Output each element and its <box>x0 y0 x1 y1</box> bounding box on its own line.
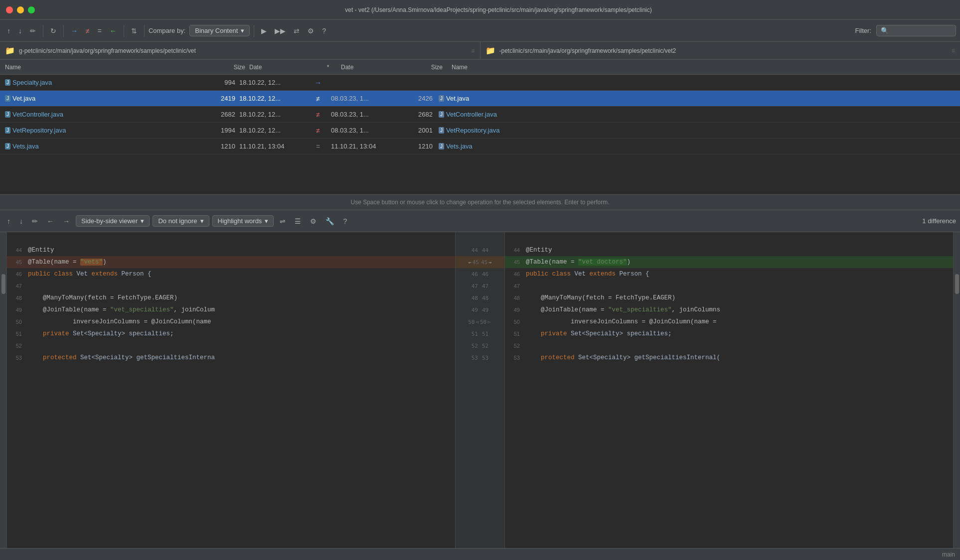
split-button[interactable]: ⇌ <box>277 215 289 227</box>
diff-line: 50 inverseJoinColumns = @JoinColumn(name <box>7 316 455 328</box>
table-row[interactable]: J VetRepository.java 1994 18.10.22, 12..… <box>0 123 960 139</box>
chevron-down-icon: ▾ <box>141 217 144 225</box>
chevron-down-icon: ▾ <box>241 27 244 34</box>
diff-line-modified: 45 @Table(name = "vets") <box>7 256 455 268</box>
diff-down-button[interactable]: ↓ <box>16 215 26 227</box>
java-icon: J <box>439 127 444 134</box>
compare-by-dropdown[interactable]: Binary Content ▾ <box>189 25 250 36</box>
top-toolbar: ↑ ↓ ✏ ↻ → ≠ = ← ⇅ Compare by: Binary Con… <box>0 20 960 42</box>
compare-by-label: Compare by: <box>149 27 185 34</box>
center-line-modified: ⇐ 45 45 ⇒ <box>456 256 504 268</box>
gear-button[interactable]: ⚙ <box>307 215 320 227</box>
file-list-empty <box>0 154 960 194</box>
line-code: public class Vet extends Person { <box>25 271 152 278</box>
diff-help-button[interactable]: ? <box>340 215 350 227</box>
status-footer: main <box>0 548 960 560</box>
line-number: 52 <box>7 343 25 349</box>
line-number: 47 <box>7 283 25 289</box>
line-code: inverseJoinColumns = @JoinColumn(name <box>25 318 211 325</box>
table-row[interactable]: J VetController.java 2682 18.10.22, 12..… <box>0 107 960 123</box>
close-button[interactable] <box>6 6 13 13</box>
file-date-left-3: 18.10.22, 12... <box>239 111 309 118</box>
chevron-down-icon: ▾ <box>265 217 268 225</box>
gutter-icon-left: ⊲ <box>476 319 479 325</box>
line-number: 51 <box>505 331 523 337</box>
left-path-expand[interactable]: ≡ <box>471 47 475 54</box>
ignore-dropdown[interactable]: Do not ignore ▾ <box>153 215 209 227</box>
file-name-right-4: J VetRepository.java <box>437 127 960 134</box>
table-row[interactable]: J Vets.java 1210 11.10.21, 13:04 = 11.10… <box>0 139 960 154</box>
right-scrollbar[interactable] <box>953 232 960 548</box>
separator-5 <box>254 25 254 37</box>
viewer-dropdown[interactable]: Side-by-side viewer ▾ <box>76 215 150 227</box>
diff-up-button[interactable]: ↑ <box>4 215 13 227</box>
equal-button[interactable]: = <box>95 25 105 37</box>
file-name-left-2: Vet.java <box>12 95 35 102</box>
diff-line: 46 public class Vet extends Person { <box>7 268 455 280</box>
line-number: 50 <box>505 319 523 325</box>
diff-prev-button[interactable]: ← <box>44 215 57 227</box>
help-button[interactable]: ? <box>319 25 329 37</box>
navigate-down-button[interactable]: ↓ <box>15 25 25 37</box>
left-diff-pane: 44 @Entity 45 @Table(name = "vets") 46 p… <box>7 232 455 548</box>
diff-line: 53 protected Set<Specialty> getSpecialti… <box>505 352 953 364</box>
separator-2 <box>63 25 64 37</box>
line-code: @ManyToMany(fetch = FetchType.EAGER) <box>523 294 675 301</box>
left-path-pane: 📁 g-petclinic/src/main/java/org/springfr… <box>0 42 480 59</box>
java-icon: J <box>5 111 10 118</box>
wrench-button[interactable]: 🔧 <box>322 215 337 227</box>
filter-input[interactable] <box>876 25 956 36</box>
diff-line: 46 public class Vet extends Person { <box>505 268 953 280</box>
not-equal-button[interactable]: ≠ <box>83 25 93 37</box>
file-date-left-4: 18.10.22, 12... <box>239 127 309 134</box>
window-title: vet - vet2 (/Users/Anna.Smirnova/IdeaPro… <box>43 6 954 13</box>
line-number: 51 <box>7 331 25 337</box>
swap-button[interactable]: ⇄ <box>291 25 303 37</box>
edit-button[interactable]: ✏ <box>27 25 39 37</box>
diff-edit-button[interactable]: ✏ <box>29 215 41 227</box>
table-row[interactable]: J Specialty.java 994 18.10.22, 12... → <box>0 75 960 91</box>
center-line: 5353 <box>456 352 504 364</box>
file-name-right-2: J Vet.java <box>437 95 960 102</box>
play-button[interactable]: ▶ <box>258 25 270 37</box>
line-number: 53 <box>505 355 523 361</box>
filter-label: Filter: <box>855 27 872 34</box>
file-size-left-3: 2682 <box>199 111 239 118</box>
refresh-button[interactable]: ↻ <box>47 25 59 37</box>
navigate-up-button[interactable]: ↑ <box>4 25 13 37</box>
col-header-size-right: Size <box>407 64 447 71</box>
maximize-button[interactable] <box>28 6 35 13</box>
column-headers: Name Size Date * Date Size Name <box>0 60 960 75</box>
line-number: 44 <box>505 247 523 253</box>
prev-diff-button[interactable]: ← <box>107 25 120 37</box>
diff-line: 49 @JoinTable(name = "vet_specialties", … <box>505 304 953 316</box>
java-icon: J <box>439 95 444 102</box>
left-scrollbar[interactable] <box>0 232 7 548</box>
fast-forward-button[interactable]: ▶▶ <box>272 25 289 37</box>
app-container: vet - vet2 (/Users/Anna.Smirnova/IdeaPro… <box>0 0 960 560</box>
gutter-icon-right: ⊳ <box>487 319 491 325</box>
diff-line <box>505 232 953 244</box>
table-row[interactable]: J Vet.java 2419 18.10.22, 12... ≠ 08.03.… <box>0 91 960 107</box>
right-path-expand[interactable]: ≡ <box>952 47 955 54</box>
java-icon: J <box>439 143 444 149</box>
right-path-pane: 📁 -petclinic/src/main/java/org/springfra… <box>480 42 960 59</box>
line-number: 49 <box>7 307 25 313</box>
file-name-left-4: VetRepository.java <box>12 127 66 134</box>
line-code: @JoinTable(name = "vet_specialties", joi… <box>523 306 720 313</box>
line-code: private Set<Specialty> specialties; <box>523 330 672 337</box>
java-icon: J <box>5 127 10 134</box>
path-bar: 📁 g-petclinic/src/main/java/org/springfr… <box>0 42 960 60</box>
line-number: 48 <box>7 295 25 301</box>
settings-button[interactable]: ⚙ <box>305 25 317 37</box>
chevron-down-icon: ▾ <box>200 217 204 225</box>
diff-line: 48 @ManyToMany(fetch = FetchType.EAGER) <box>505 292 953 304</box>
columns-button[interactable]: ☰ <box>292 215 304 227</box>
line-code: @ManyToMany(fetch = FetchType.EAGER) <box>25 294 177 301</box>
highlight-dropdown[interactable]: Highlight words ▾ <box>212 215 274 227</box>
diff-indicator-2: ≠ <box>309 95 327 103</box>
next-diff-button[interactable]: → <box>68 25 81 37</box>
diff-next-button[interactable]: → <box>60 215 73 227</box>
minimize-button[interactable] <box>17 6 24 13</box>
sync-button[interactable]: ⇅ <box>128 25 140 37</box>
